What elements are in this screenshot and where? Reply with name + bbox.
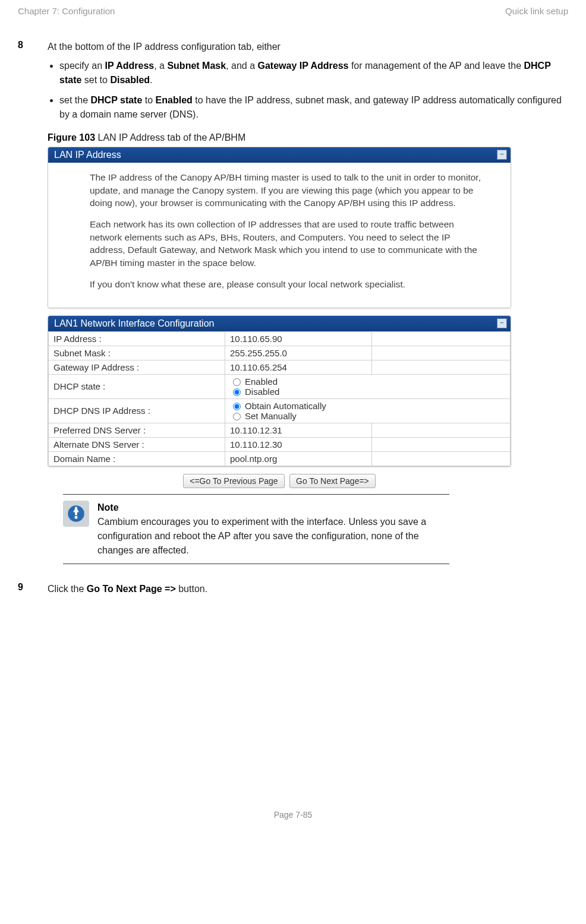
note-body: Cambium encourages you to experiment wit…	[97, 515, 449, 558]
dns-auto-radio[interactable]	[233, 403, 241, 410]
subnet-mask-field[interactable]	[230, 348, 367, 358]
subnet-mask-label: Subnet Mask :	[49, 346, 225, 360]
domain-name-label: Domain Name :	[49, 451, 225, 466]
dhcp-disabled-radio[interactable]	[233, 388, 241, 396]
pref-dns-field[interactable]	[230, 425, 367, 435]
dhcp-disabled-label: Disabled	[245, 387, 279, 397]
dhcp-enabled-label: Enabled	[245, 376, 278, 387]
figure-caption: LAN IP Address tab of the AP/BHM	[95, 132, 245, 143]
alt-dns-label: Alternate DNS Server :	[49, 437, 225, 451]
dns-manual-label: Set Manually	[245, 411, 297, 421]
step-9-pre: Click the	[48, 584, 87, 594]
panel1-para-2: Each network has its own collection of I…	[90, 218, 487, 270]
collapse-icon[interactable]: −	[497, 318, 507, 328]
page-footer: Page 7-85	[18, 810, 568, 819]
ip-address-label: IP Address :	[49, 331, 225, 346]
panel-lan1-config: LAN1 Network Interface Configuration − I…	[48, 315, 511, 467]
gateway-ip-field[interactable]	[230, 362, 367, 372]
gateway-ip-label: Gateway IP Address :	[49, 360, 225, 374]
table-row: IP Address :	[49, 331, 511, 346]
table-row: DHCP state : Enabled Disabled	[49, 374, 511, 398]
alt-dns-field[interactable]	[230, 439, 367, 450]
panel-title-lan1-config: LAN1 Network Interface Configuration	[54, 318, 214, 328]
header-right: Quick link setup	[505, 6, 568, 16]
prev-page-button[interactable]: <=Go To Previous Page	[183, 474, 284, 488]
dhcp-enabled-radio[interactable]	[233, 378, 241, 386]
table-row: Subnet Mask :	[49, 346, 511, 360]
note-info-icon	[63, 501, 89, 527]
table-row: Alternate DNS Server :	[49, 437, 511, 451]
step-8-bullet-2: set the DHCP state to Enabled to have th…	[59, 93, 568, 122]
dhcp-state-label: DHCP state :	[49, 374, 225, 398]
panel-lan-ip-address: LAN IP Address − The IP address of the C…	[48, 147, 511, 308]
step-9-post: button.	[176, 584, 207, 594]
ip-address-field[interactable]	[230, 334, 367, 344]
dhcp-dns-label: DHCP DNS IP Address :	[49, 398, 225, 423]
dns-auto-label: Obtain Automatically	[245, 401, 326, 411]
step-9-number: 9	[18, 582, 48, 596]
dns-manual-radio[interactable]	[233, 413, 241, 420]
step-8-intro: At the bottom of the IP address configur…	[48, 42, 281, 52]
panel1-para-1: The IP address of the Canopy AP/BH timin…	[90, 171, 487, 210]
table-row: DHCP DNS IP Address : Obtain Automatical…	[49, 398, 511, 423]
pref-dns-label: Preferred DNS Server :	[49, 423, 225, 437]
step-9-bold: Go To Next Page =>	[87, 584, 176, 594]
collapse-icon[interactable]: −	[497, 150, 507, 160]
panel1-para-3: If you don't know what these are, please…	[90, 278, 487, 291]
header-left: Chapter 7: Configuration	[18, 6, 115, 16]
divider	[63, 564, 449, 564]
step-8-number: 8	[18, 40, 48, 128]
next-page-button[interactable]: Go To Next Page=>	[289, 474, 376, 488]
domain-name-field[interactable]	[230, 454, 367, 464]
note-title: Note	[97, 501, 449, 515]
divider	[63, 494, 449, 495]
panel-title-lan-ip: LAN IP Address	[54, 150, 121, 160]
table-row: Gateway IP Address :	[49, 360, 511, 374]
svg-point-2	[75, 515, 78, 518]
table-row: Preferred DNS Server :	[49, 423, 511, 437]
figure-label: Figure 103	[48, 132, 95, 143]
step-8-bullet-1: specify an IP Address, a Subnet Mask, an…	[59, 59, 568, 87]
table-row: Domain Name :	[49, 451, 511, 466]
